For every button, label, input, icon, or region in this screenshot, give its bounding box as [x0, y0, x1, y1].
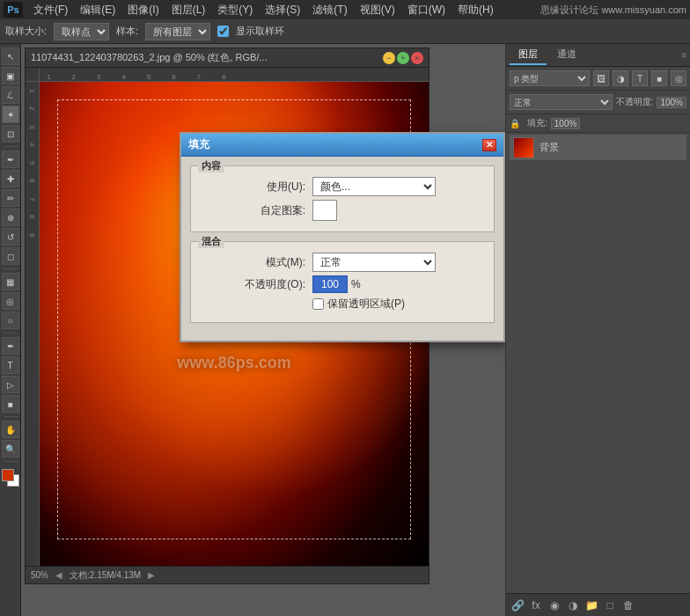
panel-icon-smart[interactable]: ◎ — [671, 70, 686, 86]
layers-list: 背景 — [506, 133, 690, 593]
layer-thumbnail — [513, 137, 534, 158]
tool-gradient[interactable]: ▦ — [2, 273, 19, 290]
panel-icon-shape[interactable]: ■ — [651, 70, 667, 86]
sample-select[interactable]: 所有图层 — [145, 23, 210, 40]
menu-select[interactable]: 选择(S) — [260, 1, 305, 19]
fill-dialog: 填充 ✕ 确定 取消 内容 使用(U): 颜色... — [180, 132, 505, 342]
tool-brush[interactable]: ✏ — [2, 189, 19, 207]
preserve-transparency-checkbox[interactable] — [312, 298, 324, 310]
document-info: 文档:2.15M/4.13M — [70, 569, 141, 582]
mode-label: 模式(M): — [200, 255, 305, 270]
blend-mode-select[interactable]: 正常 — [510, 94, 613, 110]
tool-blur[interactable]: ◎ — [2, 292, 19, 310]
tool-move[interactable]: ↖ — [2, 48, 19, 65]
sample-label: 样本: — [116, 25, 138, 38]
add-mask-button[interactable]: ◉ — [547, 598, 562, 613]
toolbar-separator-5 — [4, 461, 18, 462]
main-area: ↖ ▣ ℒ ✦ ⊡ ✒ ✚ ✏ ⊕ ↺ ◻ ▦ ◎ ○ ✒ T ▷ ■ ✋ 🔍 — [0, 44, 690, 616]
color-swatches[interactable] — [2, 469, 19, 487]
status-next-btn[interactable]: ▶ — [148, 570, 155, 580]
panel-fill-value: 100% — [551, 118, 581, 129]
menu-type[interactable]: 类型(Y) — [212, 1, 258, 19]
document-statusbar: 50% ◀ 文档:2.15M/4.13M ▶ — [26, 566, 429, 583]
panel-icon-image[interactable]: 🖼 — [593, 70, 609, 86]
custom-pattern-label: 自定图案: — [200, 203, 305, 218]
opacity-row: 不透明度(O): % — [200, 275, 485, 293]
tool-dodge[interactable]: ○ — [2, 312, 19, 329]
ruler-vertical: 1 2 3 4 5 6 7 8 9 — [26, 82, 40, 566]
tool-clone[interactable]: ⊕ — [2, 209, 19, 226]
show-ring-checkbox[interactable] — [217, 26, 229, 37]
menu-window[interactable]: 窗口(W) — [402, 1, 451, 19]
fill-dialog-close-button[interactable]: ✕ — [482, 139, 496, 151]
tab-layers[interactable]: 图层 — [510, 45, 547, 65]
tab-channels[interactable]: 通道 — [548, 45, 585, 65]
panel-tabs: 图层 通道 ≡ — [506, 44, 690, 67]
window-close-button[interactable]: × — [411, 52, 423, 64]
menu-view[interactable]: 视图(V) — [355, 1, 400, 19]
tool-eyedropper[interactable]: ✒ — [2, 150, 19, 168]
opacity-unit: % — [351, 278, 361, 290]
menu-bar: Ps 文件(F) 编辑(E) 图像(I) 图层(L) 类型(Y) 选择(S) 滤… — [0, 0, 690, 19]
preserve-transparency-label: 保留透明区域(P) — [327, 297, 405, 312]
menu-layer[interactable]: 图层(L) — [166, 1, 211, 19]
panel-options-button[interactable]: ≡ — [681, 50, 686, 60]
panel-icon-adjust[interactable]: ◑ — [613, 70, 628, 86]
delete-layer-button[interactable]: 🗑 — [620, 598, 636, 613]
preserve-transparency-row: 保留透明区域(P) — [312, 297, 405, 312]
custom-pattern-row: 自定图案: — [200, 200, 485, 221]
tool-lasso[interactable]: ℒ — [2, 86, 19, 104]
tool-hand[interactable]: ✋ — [2, 421, 19, 438]
preserve-row: 保留透明区域(P) — [200, 297, 485, 312]
ruler-horizontal: 1 2 3 4 5 6 7 8 — [40, 68, 429, 82]
fill-dialog-title: 填充 — [188, 137, 482, 152]
panel-icon-text[interactable]: T — [632, 70, 648, 86]
search-type-select[interactable]: p 类型 — [510, 70, 590, 86]
tool-history-brush[interactable]: ↺ — [2, 228, 19, 246]
tool-options-bar: 取样大小: 取样点 样本: 所有图层 显示取样环 — [0, 19, 690, 44]
menu-help[interactable]: 帮助(H) — [452, 1, 499, 19]
opacity-input[interactable] — [312, 275, 348, 293]
use-row: 使用(U): 颜色... — [200, 177, 485, 196]
tool-magic-wand[interactable]: ✦ — [2, 106, 19, 123]
tool-healing[interactable]: ✚ — [2, 170, 19, 187]
menu-filter[interactable]: 滤镜(T) — [307, 1, 352, 19]
opacity-label: 不透明度(O): — [200, 277, 305, 292]
tool-text[interactable]: T — [2, 356, 19, 374]
panel-opacity-value: 100% — [657, 97, 686, 108]
tool-path-select[interactable]: ▷ — [2, 376, 19, 393]
menu-edit[interactable]: 编辑(E) — [75, 1, 121, 19]
zoom-level: 50% — [31, 570, 48, 580]
blend-section-title: 混合 — [198, 235, 224, 248]
use-select[interactable]: 颜色... — [312, 177, 436, 196]
mode-row: 模式(M): 正常 — [200, 253, 485, 272]
mode-select[interactable]: 正常 — [312, 253, 436, 272]
layer-item[interactable]: 背景 — [510, 135, 686, 161]
menu-image[interactable]: 图像(I) — [122, 1, 164, 19]
fill-dialog-body: 确定 取消 内容 使用(U): 颜色... 自定图案: — [181, 157, 503, 341]
show-ring-label: 显示取样环 — [236, 25, 284, 38]
window-maximize-button[interactable]: + — [397, 52, 409, 64]
fx-button[interactable]: fx — [528, 598, 544, 613]
tool-crop[interactable]: ⊡ — [2, 125, 19, 143]
link-layers-button[interactable]: 🔗 — [510, 598, 525, 613]
tool-zoom[interactable]: 🔍 — [2, 440, 19, 458]
tool-shape[interactable]: ■ — [2, 395, 19, 413]
toolbar-separator-3 — [4, 333, 18, 334]
tool-marquee-rect[interactable]: ▣ — [2, 67, 19, 84]
tool-pen[interactable]: ✒ — [2, 337, 19, 355]
group-button[interactable]: 📁 — [584, 598, 599, 613]
tool-eraser[interactable]: ◻ — [2, 247, 19, 265]
window-minimize-button[interactable]: − — [383, 52, 395, 64]
new-layer-button[interactable]: □ — [602, 598, 618, 613]
custom-pattern-preview[interactable] — [312, 200, 337, 221]
status-prev-btn[interactable]: ◀ — [55, 570, 62, 580]
document-titlebar: 11074431_122403780263_2.jpg @ 50% (红色, R… — [26, 48, 429, 68]
sample-size-select[interactable]: 取样点 — [54, 23, 109, 40]
fill-dialog-titlebar: 填充 ✕ — [181, 134, 503, 157]
ruler-corner — [26, 68, 40, 82]
toolbar-separator-1 — [4, 146, 18, 147]
menu-file[interactable]: 文件(F) — [28, 1, 73, 19]
adjustment-button[interactable]: ◑ — [565, 598, 581, 613]
foreground-color-swatch[interactable] — [2, 469, 14, 481]
